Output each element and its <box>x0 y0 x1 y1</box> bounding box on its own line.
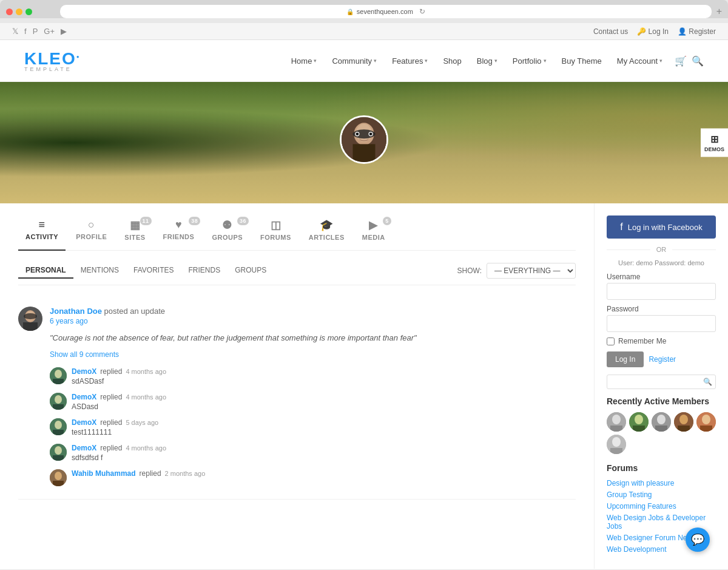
refresh-icon[interactable]: ↻ <box>419 7 425 16</box>
post-author-name[interactable]: Jonathan Doe <box>50 307 102 316</box>
nav-blog[interactable]: Blog ▾ <box>471 53 504 69</box>
show-filter: SHOW: — EVERYTHING — Updates Activity Up… <box>457 263 576 279</box>
google-plus-icon[interactable]: G+ <box>44 27 55 36</box>
comment-verb-3: replied <box>100 418 122 427</box>
logo[interactable]: KLEO● TEMPLATE <box>24 49 81 72</box>
nav-portfolio[interactable]: Portfolio ▾ <box>507 53 553 69</box>
filter-favorites[interactable]: FAVORITES <box>126 263 181 279</box>
facebook-login-button[interactable]: f Log in with Facebook <box>607 215 716 239</box>
comment-time-3: 5 days ago <box>126 419 158 426</box>
nav-shop[interactable]: Shop <box>437 53 467 69</box>
comment-verb-1: replied <box>100 367 122 376</box>
tab-friends[interactable]: 38 ♥ FRIENDS <box>156 215 202 244</box>
minimize-dot[interactable] <box>16 8 22 15</box>
comment-header-3: DemoX replied 5 days ago <box>72 418 576 427</box>
cart-icon[interactable]: 🛒 <box>675 55 687 67</box>
contact-link[interactable]: Contact us <box>593 27 628 36</box>
svg-point-27 <box>55 472 62 480</box>
pinterest-icon[interactable]: P <box>33 27 38 36</box>
show-all-comments[interactable]: Show all 9 comments <box>50 350 576 359</box>
svg-point-24 <box>55 446 62 455</box>
tab-activity[interactable]: ≡ ACTIVITY <box>18 215 66 244</box>
forums-title: Forums <box>607 463 716 473</box>
or-divider: OR <box>607 246 716 253</box>
comment-avatar-4[interactable] <box>50 444 67 461</box>
forums-icon: ◫ <box>271 219 281 232</box>
post-author-avatar[interactable] <box>18 307 42 331</box>
nav-home[interactable]: Home ▾ <box>285 53 323 69</box>
groups-badge: 36 <box>237 217 249 225</box>
profile-icon: ○ <box>88 219 95 231</box>
forum-link-2[interactable]: Group Testing <box>607 490 716 499</box>
comment-author-5[interactable]: Wahib Muhammad <box>72 469 136 478</box>
search-icon[interactable]: 🔍 <box>692 55 704 67</box>
nav-features[interactable]: Features ▾ <box>386 53 434 69</box>
demos-badge[interactable]: ⊞ DEMOS <box>701 129 728 157</box>
remember-me-checkbox[interactable] <box>607 338 615 345</box>
new-tab-button[interactable]: + <box>716 6 722 17</box>
twitter-icon[interactable]: 𝕏 <box>12 27 18 36</box>
member-avatar-1[interactable] <box>607 412 626 432</box>
filter-friends[interactable]: FRIENDS <box>181 263 228 279</box>
comment-body-1: DemoX replied 4 months ago sdASDasf <box>72 367 576 385</box>
tab-forums-label: FORUMS <box>260 234 291 241</box>
register-link-top[interactable]: 👤 Register <box>678 27 716 36</box>
tab-groups[interactable]: 36 ⚉ GROUPS <box>204 215 250 244</box>
comment-avatar-2[interactable] <box>50 393 67 410</box>
user-avatar[interactable]: ✎ <box>340 115 388 164</box>
chat-button[interactable]: 💬 <box>686 528 710 552</box>
forum-link-3[interactable]: Upcomming Features <box>607 502 716 511</box>
nav-my-account[interactable]: My Account ▾ <box>611 53 669 69</box>
login-link[interactable]: 🔑 Log In <box>637 27 669 36</box>
nav-community[interactable]: Community ▾ <box>326 53 383 69</box>
tab-sites[interactable]: 11 ▦ SITES <box>117 215 152 244</box>
member-avatar-2[interactable] <box>629 412 649 432</box>
svg-point-33 <box>635 415 643 424</box>
password-input[interactable] <box>607 315 716 332</box>
search-input[interactable] <box>612 378 703 386</box>
filter-mentions[interactable]: MENTIONS <box>73 263 126 279</box>
comment-avatar-1[interactable] <box>50 367 67 384</box>
password-group: Password <box>607 305 716 332</box>
login-button[interactable]: Log In <box>607 351 644 367</box>
member-avatar-4[interactable] <box>674 412 693 432</box>
member-avatar-3[interactable] <box>652 412 671 432</box>
username-input[interactable] <box>607 283 716 300</box>
comment-item-2: DemoX replied 4 months ago ASDasd <box>50 389 576 415</box>
avatar-image <box>342 117 386 162</box>
forum-link-1[interactable]: Design with pleasure <box>607 479 716 487</box>
tab-profile-label: PROFILE <box>76 233 107 240</box>
show-select[interactable]: — EVERYTHING — Updates Activity Updates … <box>487 263 576 279</box>
comment-text-2: ASDasd <box>72 402 576 411</box>
member-avatar-5[interactable] <box>696 412 716 432</box>
comment-header-4: DemoX replied 4 months ago <box>72 444 576 452</box>
comment-author-1[interactable]: DemoX <box>72 367 96 376</box>
filter-personal[interactable]: PERSONAL <box>18 263 73 279</box>
comment-author-4[interactable]: DemoX <box>72 444 96 452</box>
comment-avatar-5[interactable] <box>50 469 67 486</box>
tab-forums[interactable]: ◫ FORUMS <box>253 215 298 244</box>
member-avatar-6[interactable] <box>607 435 626 454</box>
close-dot[interactable] <box>6 8 13 15</box>
url-bar[interactable]: 🔒 seventhqueen.com ↻ <box>60 5 712 18</box>
or-text: OR <box>656 246 667 253</box>
filter-groups[interactable]: GROUPS <box>228 263 274 279</box>
tab-profile[interactable]: ○ PROFILE <box>69 215 114 244</box>
svg-rect-22 <box>53 430 64 435</box>
login-row: Log In Register <box>607 351 716 367</box>
comment-avatar-3[interactable] <box>50 418 67 435</box>
tab-articles[interactable]: 🎓 ARTICLES <box>302 215 352 244</box>
post-time[interactable]: 6 years ago <box>50 317 576 325</box>
tab-media[interactable]: 5 ▶ MEDIA <box>355 215 393 244</box>
comment-author-3[interactable]: DemoX <box>72 418 96 427</box>
youtube-icon[interactable]: ▶ <box>61 27 67 36</box>
maximize-dot[interactable] <box>25 8 32 15</box>
comment-verb-5: replied <box>140 469 161 478</box>
facebook-icon[interactable]: f <box>24 27 27 36</box>
nav-buy-theme[interactable]: Buy Theme <box>556 53 608 69</box>
comments-section: Show all 9 comments DemoX replied 4 mont <box>50 350 576 490</box>
search-icon-widget[interactable]: 🔍 <box>703 378 712 386</box>
comment-author-2[interactable]: DemoX <box>72 393 96 401</box>
register-link[interactable]: Register <box>649 355 676 364</box>
blog-arrow: ▾ <box>494 58 497 64</box>
